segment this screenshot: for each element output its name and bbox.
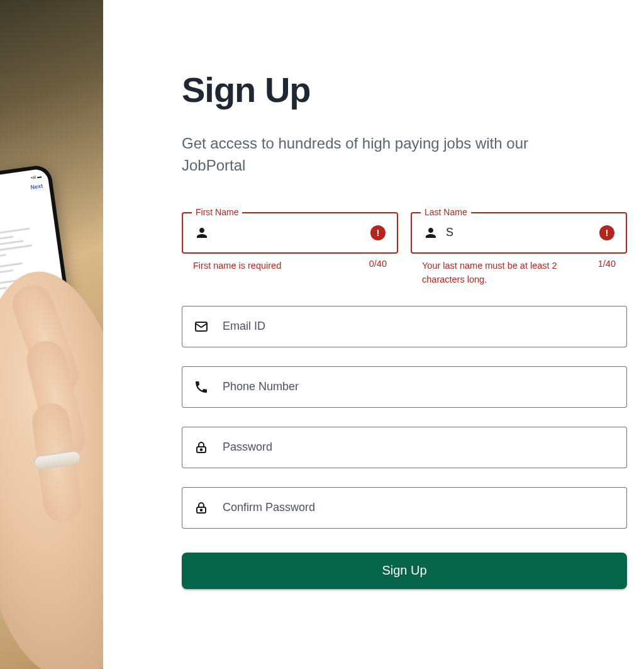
lock-icon: [194, 440, 209, 455]
svg-point-4: [201, 509, 203, 511]
last-name-label: Last Name: [421, 207, 471, 217]
error-icon: !: [370, 225, 386, 240]
first-name-input[interactable]: [209, 213, 370, 252]
mail-icon: [194, 319, 209, 334]
lock-icon: [194, 500, 209, 515]
password-label: Password: [209, 441, 615, 454]
page-title: Sign Up: [182, 69, 627, 110]
last-name-counter: 1/40: [598, 259, 616, 287]
page-subtitle: Get access to hundreds of high paying jo…: [182, 133, 559, 177]
phone-label: Phone Number: [209, 380, 615, 393]
last-name-field[interactable]: Last Name !: [411, 212, 627, 254]
signup-button[interactable]: Sign Up: [182, 553, 627, 589]
first-name-field[interactable]: First Name !: [182, 212, 398, 254]
person-icon: [423, 225, 438, 240]
first-name-counter: 0/40: [369, 259, 387, 273]
person-icon: [194, 225, 209, 240]
svg-point-2: [201, 449, 203, 451]
signup-form: First Name ! First name is required 0/40: [182, 212, 627, 589]
email-label: Email ID: [209, 320, 615, 333]
confirm-password-label: Confirm Password: [209, 501, 615, 514]
email-field[interactable]: Email ID: [182, 306, 627, 347]
confirm-password-field[interactable]: Confirm Password: [182, 487, 627, 529]
last-name-input[interactable]: [438, 213, 599, 252]
error-icon: !: [599, 225, 614, 240]
phone-icon: [194, 379, 209, 395]
first-name-error: First name is required: [193, 259, 281, 273]
password-field[interactable]: Password: [182, 427, 627, 468]
phone-field[interactable]: Phone Number: [182, 366, 627, 408]
first-name-label: First Name: [192, 207, 242, 217]
hero-image: elds•al ▬ …Next AR: [0, 0, 103, 669]
last-name-error: Your last name must be at least 2 charac…: [422, 259, 567, 287]
